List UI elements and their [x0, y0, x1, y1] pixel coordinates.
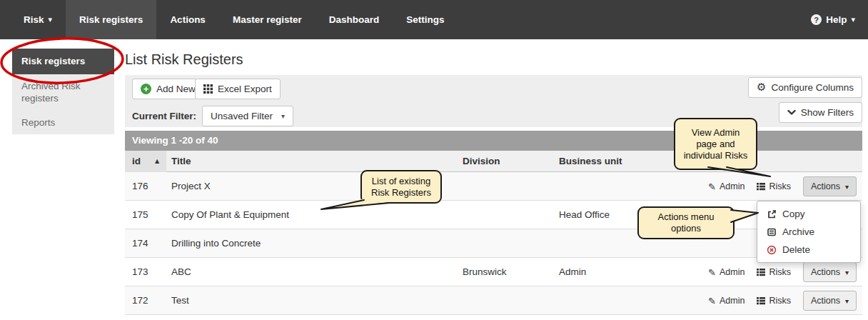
sidebar-item-archived-risk-registers[interactable]: Archived Risk registers	[12, 80, 114, 104]
list-icon	[757, 268, 765, 276]
left-sidebar: Risk registers Archived Risk registers R…	[12, 49, 114, 134]
column-header-label: id	[132, 156, 141, 166]
actions-button[interactable]: Actions ▾	[803, 291, 857, 311]
cell-business-unit: Head Office	[559, 201, 610, 229]
cell-title: ABC	[171, 258, 191, 286]
callout-list-existing: List of existing Risk Registers	[360, 170, 442, 204]
table-row: 174 Drilling into Concrete ✎ Admin	[125, 229, 862, 258]
admin-label: Admin	[720, 296, 745, 306]
menu-item-copy[interactable]: Copy	[757, 205, 860, 223]
cell-id: 173	[132, 258, 148, 286]
cell-title: Test	[171, 286, 189, 314]
plus-circle-icon: +	[141, 84, 151, 94]
excel-export-label: Excel Export	[218, 84, 272, 94]
cell-id: 172	[132, 286, 148, 314]
risk-app-window: Risk ▾ Risk registers Actions Master reg…	[0, 0, 868, 320]
table-row: 175 Copy Of Plant & Equipment Head Offic…	[125, 201, 862, 229]
cell-division: Brunswick	[463, 258, 507, 286]
risks-link[interactable]: Risks	[757, 296, 791, 306]
risks-label: Risks	[769, 296, 791, 306]
menu-item-archive[interactable]: Archive	[757, 223, 860, 241]
actions-button[interactable]: Actions ▾	[803, 176, 857, 196]
actions-label: Actions	[811, 296, 840, 306]
risks-label: Risks	[769, 267, 791, 277]
cell-id: 175	[132, 201, 148, 229]
actions-label: Actions	[811, 181, 840, 191]
column-header-business-unit[interactable]: Business unit	[559, 151, 622, 172]
nav-item-risk[interactable]: Risk ▾	[10, 0, 66, 39]
cell-id: 176	[132, 172, 148, 200]
cell-title: Copy Of Plant & Equipment	[171, 201, 289, 229]
archive-icon	[767, 227, 777, 237]
gear-icon: ⚙	[757, 82, 766, 93]
current-filter-label: Current Filter:	[132, 106, 196, 127]
add-new-button[interactable]: + Add New	[132, 79, 204, 99]
list-icon	[757, 296, 765, 305]
current-filter-value: Unsaved Filter	[211, 111, 273, 121]
caret-down-icon: ▾	[845, 183, 849, 191]
delete-label: Delete	[782, 242, 810, 257]
cell-title: Project X	[171, 172, 211, 200]
sidebar-item-risk-registers[interactable]: Risk registers	[12, 49, 114, 74]
pencil-icon: ✎	[708, 296, 716, 306]
current-filter-select[interactable]: Unsaved Filter ▾	[202, 106, 293, 126]
admin-link[interactable]: ✎ Admin	[708, 296, 745, 306]
menu-item-delete[interactable]: Delete	[757, 241, 860, 259]
grid-icon	[203, 84, 213, 94]
delete-icon	[767, 245, 777, 255]
cell-id: 174	[132, 229, 148, 257]
actions-button[interactable]: Actions ▾	[803, 262, 857, 282]
actions-dropdown-menu: Copy Archive Delete	[757, 201, 861, 263]
callout-actions-options: Actions menu options	[637, 206, 735, 239]
nav-item-label: Risk	[24, 14, 44, 25]
caret-down-icon: ▾	[281, 112, 285, 120]
page-title: List Risk Registers	[125, 51, 243, 68]
table-row: 173 ABC Brunswick Admin ✎ Admin Risks	[125, 258, 862, 286]
caret-down-icon: ▾	[845, 269, 849, 276]
risks-link[interactable]: Risks	[757, 181, 791, 191]
cell-business-unit: Admin	[559, 258, 586, 286]
pencil-icon: ✎	[708, 182, 716, 191]
callout-view-admin: View Admin page and individual Risks	[674, 118, 757, 170]
sidebar-item-reports[interactable]: Reports	[12, 116, 114, 129]
row-actions: ✎ Admin Risks Actions ▾	[708, 286, 857, 315]
configure-columns-button[interactable]: ⚙ Configure Columns	[748, 77, 862, 98]
caret-down-icon: ▾	[49, 16, 53, 24]
column-header-division[interactable]: Division	[463, 151, 500, 172]
actions-label: Actions	[811, 267, 840, 277]
risks-label: Risks	[769, 181, 791, 191]
chevron-down-icon	[787, 110, 796, 116]
column-header-title[interactable]: Title	[171, 151, 191, 172]
sort-asc-icon: ▲	[155, 151, 159, 172]
admin-link[interactable]: ✎ Admin	[708, 267, 745, 277]
column-header-id[interactable]: id ▲	[125, 151, 166, 172]
list-icon	[757, 182, 765, 191]
risks-link[interactable]: Risks	[757, 267, 791, 277]
admin-label: Admin	[720, 181, 745, 191]
show-filters-label: Show Filters	[801, 107, 854, 118]
row-actions: ✎ Admin Risks Actions ▾	[708, 172, 857, 201]
archive-label: Archive	[782, 224, 814, 239]
show-filters-button[interactable]: Show Filters	[779, 102, 862, 123]
admin-label: Admin	[720, 267, 745, 277]
copy-label: Copy	[782, 206, 805, 221]
admin-link[interactable]: ✎ Admin	[708, 181, 745, 191]
add-new-label: Add New	[156, 84, 196, 94]
table-row: 176 Project X ✎ Admin Risks	[125, 172, 862, 201]
table-row: 172 Test ✎ Admin Risks Acti	[125, 286, 862, 315]
configure-columns-label: Configure Columns	[771, 82, 854, 93]
cell-title: Drilling into Concrete	[171, 229, 261, 257]
pencil-icon: ✎	[708, 268, 716, 277]
excel-export-button[interactable]: Excel Export	[195, 79, 281, 99]
copy-icon	[767, 209, 777, 219]
caret-down-icon: ▾	[845, 297, 849, 305]
